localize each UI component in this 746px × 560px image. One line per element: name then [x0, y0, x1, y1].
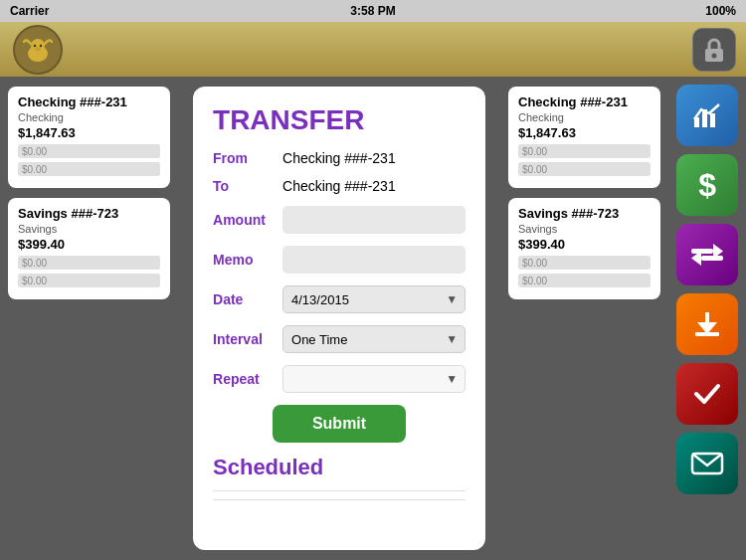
right-checking-type: Checking — [518, 111, 651, 123]
lock-button[interactable] — [692, 28, 736, 72]
left-checking-type: Checking — [18, 111, 160, 123]
svg-point-2 — [33, 44, 35, 46]
right-savings-card: Savings ###-723 Savings $399.40 $0.00 $0… — [508, 198, 660, 299]
dollar-button[interactable]: $ — [676, 154, 738, 216]
memo-row: Memo — [213, 246, 466, 274]
left-checking-title: Checking ###-231 — [18, 94, 160, 109]
scheduled-title: Scheduled — [213, 455, 466, 480]
amount-row: Amount — [213, 206, 466, 234]
left-checking-bar2: $0.00 — [18, 162, 160, 176]
svg-point-3 — [39, 44, 41, 46]
right-checking-card: Checking ###-231 Checking $1,847.63 $0.0… — [508, 87, 660, 188]
from-row: From Checking ###-231 — [213, 150, 466, 166]
left-savings-bar1: $0.00 — [18, 256, 160, 270]
to-value: Checking ###-231 — [282, 178, 396, 194]
carrier-label: Carrier — [10, 4, 49, 18]
right-checking-bar1: $0.00 — [518, 144, 651, 158]
memo-label: Memo — [213, 252, 282, 268]
right-checking-bar2: $0.00 — [518, 162, 651, 176]
repeat-row: Repeat ▼ — [213, 365, 466, 393]
left-checking-bar1: $0.00 — [18, 144, 160, 158]
left-savings-balance: $399.40 — [18, 237, 160, 252]
dollar-icon: $ — [698, 167, 716, 204]
left-sidebar: Checking ###-231 Checking $1,847.63 $0.0… — [0, 77, 178, 560]
app-header — [0, 22, 746, 77]
memo-input[interactable] — [282, 246, 466, 274]
time-label: 3:58 PM — [350, 4, 395, 18]
svg-point-6 — [712, 53, 717, 58]
mail-button[interactable] — [676, 433, 738, 494]
from-value: Checking ###-231 — [282, 150, 396, 166]
amount-label: Amount — [213, 212, 282, 228]
interval-select[interactable]: One Time Weekly Monthly Yearly — [282, 325, 466, 353]
date-row: Date 4/13/2015 ▼ — [213, 285, 466, 313]
repeat-select-wrapper: ▼ — [282, 365, 466, 393]
repeat-select[interactable] — [282, 365, 466, 393]
center-panel: TRANSFER From Checking ###-231 To Checki… — [178, 77, 500, 560]
mail-icon — [690, 450, 724, 477]
interval-row: Interval One Time Weekly Monthly Yearly … — [213, 325, 466, 353]
right-savings-bar1: $0.00 — [518, 256, 651, 270]
svg-rect-10 — [691, 249, 713, 254]
left-savings-title: Savings ###-723 — [18, 206, 160, 221]
from-label: From — [213, 150, 282, 166]
right-sidebar: Checking ###-231 Checking $1,847.63 $0.0… — [500, 77, 668, 560]
date-label: Date — [213, 291, 282, 307]
left-savings-card: Savings ###-723 Savings $399.40 $0.00 $0… — [8, 198, 170, 299]
status-bar: Carrier 3:58 PM 100% — [0, 0, 746, 22]
submit-row: Submit — [213, 405, 466, 443]
chart-icon — [691, 99, 723, 131]
left-savings-type: Savings — [18, 223, 160, 235]
to-row: To Checking ###-231 — [213, 178, 466, 194]
battery-label: 100% — [705, 4, 736, 18]
left-checking-balance: $1,847.63 — [18, 125, 160, 140]
main-content: Checking ###-231 Checking $1,847.63 $0.0… — [0, 77, 746, 560]
download-icon — [692, 308, 722, 340]
interval-label: Interval — [213, 331, 282, 347]
chart-button[interactable] — [676, 85, 738, 146]
left-savings-bar2: $0.00 — [18, 274, 160, 287]
left-checking-card: Checking ###-231 Checking $1,847.63 $0.0… — [8, 87, 170, 188]
transfer-button[interactable] — [676, 224, 738, 285]
right-savings-bar2: $0.00 — [518, 274, 651, 287]
transfer-title: TRANSFER — [213, 104, 466, 136]
bull-icon — [20, 32, 56, 68]
right-checking-balance: $1,847.63 — [518, 125, 651, 140]
lock-icon — [702, 36, 726, 64]
download-button[interactable] — [676, 293, 738, 355]
to-label: To — [213, 178, 282, 194]
app-logo — [10, 26, 65, 74]
date-select-wrapper: 4/13/2015 ▼ — [282, 285, 466, 313]
logo-circle — [13, 25, 63, 75]
amount-input[interactable] — [282, 206, 466, 234]
right-checking-title: Checking ###-231 — [518, 94, 651, 109]
right-savings-type: Savings — [518, 223, 651, 235]
date-select[interactable]: 4/13/2015 — [282, 285, 466, 313]
svg-rect-12 — [701, 256, 723, 261]
check-button[interactable] — [676, 363, 738, 425]
svg-point-4 — [35, 47, 41, 51]
scheduled-divider-1 — [213, 490, 466, 491]
submit-button[interactable]: Submit — [273, 405, 406, 443]
svg-rect-9 — [710, 113, 715, 127]
right-savings-title: Savings ###-723 — [518, 206, 651, 221]
scheduled-divider-2 — [213, 499, 466, 500]
transfer-icon — [689, 239, 725, 271]
transfer-card: TRANSFER From Checking ###-231 To Checki… — [193, 87, 485, 550]
right-savings-balance: $399.40 — [518, 237, 651, 252]
icon-sidebar: $ — [668, 77, 746, 560]
check-icon — [692, 379, 722, 409]
interval-select-wrapper: One Time Weekly Monthly Yearly ▼ — [282, 325, 466, 353]
repeat-label: Repeat — [213, 371, 282, 387]
